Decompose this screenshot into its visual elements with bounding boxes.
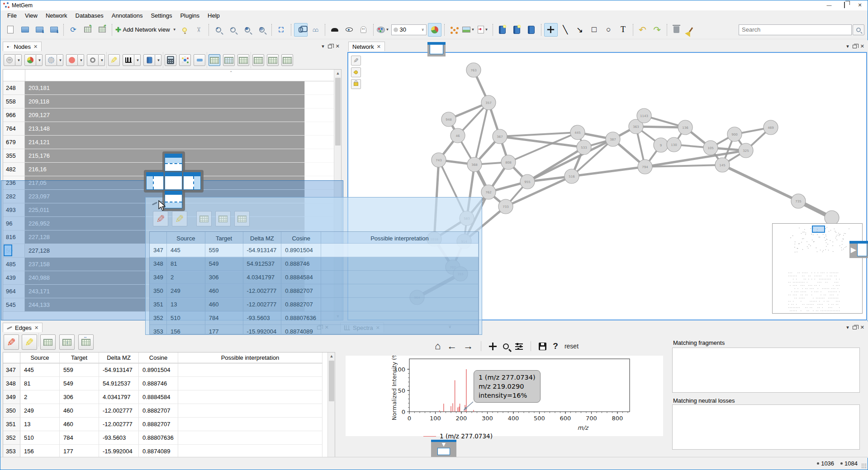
dock-indicator-top[interactable] xyxy=(165,154,182,171)
column-header[interactable]: Cosine xyxy=(139,352,178,363)
table-view-all-button[interactable] xyxy=(209,54,220,66)
add-network-view-button[interactable]: ✚ Add Network view ▼ xyxy=(115,23,177,37)
edges-cell[interactable]: 306 xyxy=(60,390,99,404)
new-project-button[interactable] xyxy=(4,23,17,37)
mz-cell[interactable]: 213,148 xyxy=(25,122,305,136)
save-project-button[interactable]: ⇓ xyxy=(33,23,46,37)
row-header[interactable]: 353 xyxy=(3,445,20,458)
edges-tab-close-icon[interactable]: ✕ xyxy=(34,325,38,331)
graph-edge[interactable] xyxy=(572,167,645,176)
dock-indicator-right[interactable] xyxy=(183,172,201,190)
nodes-table-row[interactable]: 764213,148 xyxy=(3,122,334,136)
hide-items-button[interactable] xyxy=(328,23,342,37)
row-header[interactable]: 966 xyxy=(3,108,25,122)
zoom-fit-button[interactable]: ◎ xyxy=(255,23,269,37)
matching-fragments-box[interactable] xyxy=(672,348,860,393)
pie-charts-button[interactable] xyxy=(428,23,441,37)
edges-cell[interactable]: 249 xyxy=(20,404,60,418)
edges-cell[interactable]: 0.8884584 xyxy=(139,390,178,404)
hints-button[interactable] xyxy=(178,23,191,37)
formula-button[interactable] xyxy=(165,54,176,66)
view-databases-button[interactable] xyxy=(525,23,538,37)
node-shape-split-button[interactable]: −▼ xyxy=(4,54,22,66)
node-color-split-button[interactable]: ▼ xyxy=(66,54,84,66)
edges-table-row[interactable]: 34923064.03417970.8884584 xyxy=(3,390,327,404)
nodes-table-row[interactable]: 248203,181 xyxy=(3,81,334,95)
menu-item-help[interactable]: Help xyxy=(204,11,224,20)
column-header[interactable]: Target xyxy=(60,352,99,363)
menu-item-plugins[interactable]: Plugins xyxy=(176,11,204,20)
edges-table-row[interactable]: 347445559-54.9131470.8901504 xyxy=(3,363,327,377)
chart-split-button[interactable]: ▼ xyxy=(123,54,141,66)
spectra-dock-menu-icon[interactable]: ▾ xyxy=(846,324,849,330)
edges-cell[interactable]: 460 xyxy=(60,404,99,418)
row-header[interactable]: 248 xyxy=(3,81,25,95)
minimize-button[interactable]: — xyxy=(821,0,837,10)
row-header[interactable]: 764 xyxy=(3,122,25,136)
draw-rect-button[interactable]: □ xyxy=(588,23,601,37)
column-header[interactable]: Delta MZ xyxy=(99,352,139,363)
edges-cell[interactable]: 2 xyxy=(20,390,60,404)
edges-cell[interactable]: 0.8882707 xyxy=(139,418,178,431)
query-databases-button[interactable] xyxy=(496,23,509,37)
nodes-table-row[interactable]: 966209,127 xyxy=(3,108,334,122)
plot-home-button[interactable]: ⌂ xyxy=(435,341,441,351)
color-nodes-button[interactable]: ▼ xyxy=(376,23,390,37)
minimap-viewport[interactable] xyxy=(812,226,825,233)
node-pie-split-button[interactable]: ▼ xyxy=(24,54,43,66)
nodes-table-row[interactable]: 558209,118 xyxy=(3,95,334,108)
import-group-mapping-button[interactable]: ↱ xyxy=(95,23,109,37)
edges-cell[interactable]: 510 xyxy=(20,431,60,445)
edges-table-fit-v-button[interactable]: ↓ xyxy=(59,334,75,350)
row-header[interactable]: 355 xyxy=(3,149,25,163)
mz-cell[interactable]: 214,121 xyxy=(25,136,305,149)
edges-red-highlight-button[interactable]: ✎ xyxy=(4,334,19,350)
edges-cell[interactable] xyxy=(178,390,323,404)
lookup-split-button[interactable]: ▼ xyxy=(143,54,161,66)
edges-cell[interactable]: -54.913147 xyxy=(99,363,139,377)
draw-arrow-button[interactable]: ↘ xyxy=(573,23,587,37)
edges-cell[interactable]: 0.8874089 xyxy=(139,445,178,458)
row-header[interactable]: 347 xyxy=(3,363,20,377)
edges-cell[interactable] xyxy=(178,377,323,390)
query-selected-button[interactable] xyxy=(510,23,524,37)
table-fit-v-button[interactable] xyxy=(267,54,279,66)
plot-help-button[interactable]: ? xyxy=(553,341,558,351)
pin-tool-button[interactable] xyxy=(351,67,361,77)
spectra-dock-float-icon[interactable] xyxy=(853,326,857,329)
delete-button[interactable] xyxy=(670,23,683,37)
remove-column-button[interactable] xyxy=(194,54,205,66)
draw-line-button[interactable]: ╲ xyxy=(559,23,572,37)
row-header[interactable]: 350 xyxy=(3,404,20,418)
edges-cell[interactable]: 0.888746 xyxy=(139,377,178,390)
nodes-dock-menu-icon[interactable]: ▾ xyxy=(322,43,324,49)
search-input[interactable] xyxy=(739,24,852,35)
node-ring-split-button[interactable]: ▼ xyxy=(87,54,105,66)
edges-cell[interactable]: 13 xyxy=(20,418,60,431)
floating-edges-panel[interactable]: Edges ✕ ✎ ✎ SourceTargetDelta MZCosinePo… xyxy=(145,197,482,335)
draw-ellipse-button[interactable]: ○ xyxy=(602,23,616,37)
plot-zoom-icon[interactable] xyxy=(503,343,509,349)
network-layout-button[interactable] xyxy=(447,23,461,37)
edges-yellow-highlight-button[interactable]: ✎ xyxy=(22,334,37,350)
edges-cell[interactable] xyxy=(178,445,323,458)
edges-cell[interactable]: -12.002777 xyxy=(99,418,139,431)
edges-cell[interactable] xyxy=(178,431,323,445)
edges-cell[interactable]: 784 xyxy=(60,431,99,445)
save-as-button[interactable]: ⇓ xyxy=(47,23,61,37)
dock-indicator-center[interactable] xyxy=(165,172,182,190)
edges-table-row[interactable]: 353156177-15.9920040.8874089 xyxy=(3,445,327,458)
mz-cell[interactable]: 203,181 xyxy=(25,81,305,95)
dock-indicator-left[interactable] xyxy=(146,172,164,190)
table-view-selected-button[interactable] xyxy=(223,54,235,66)
edges-cell[interactable] xyxy=(178,404,323,418)
menu-item-file[interactable]: File xyxy=(3,11,21,20)
restore-button[interactable] xyxy=(837,0,852,10)
fullscreen-button[interactable]: ⛶ xyxy=(275,23,288,37)
row-header[interactable]: 558 xyxy=(3,95,25,108)
edges-cell[interactable]: 54.912537 xyxy=(99,377,139,390)
search-button[interactable] xyxy=(853,24,864,35)
nodes-tab-close-icon[interactable]: ✕ xyxy=(33,44,38,50)
edges-cell[interactable]: 549 xyxy=(60,377,99,390)
edges-cell[interactable]: 0.8901504 xyxy=(139,363,178,377)
